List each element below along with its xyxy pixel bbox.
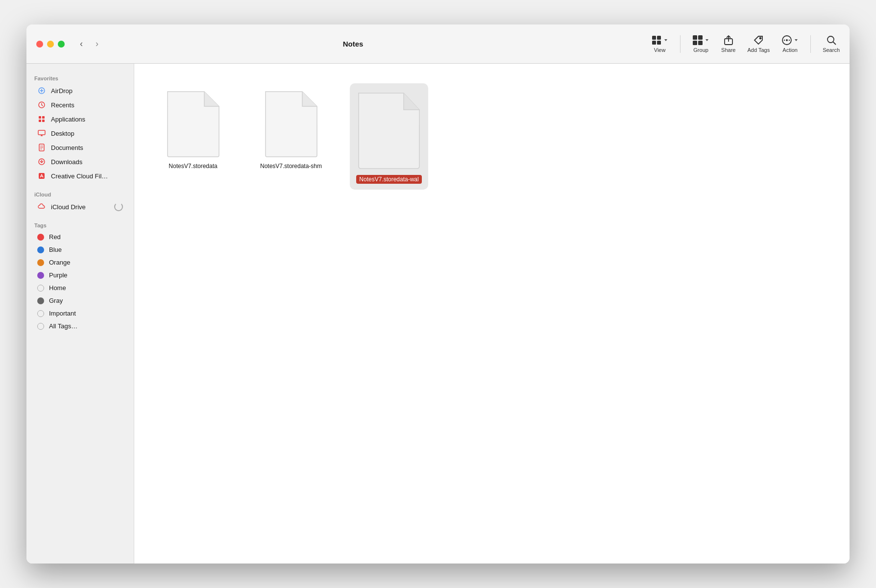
purple-label: Purple xyxy=(49,271,68,279)
alltags-label: All Tags… xyxy=(49,322,77,330)
file-icon-2 xyxy=(263,89,319,158)
svg-point-14 xyxy=(784,40,785,41)
group-label: Group xyxy=(693,47,708,53)
sidebar-item-purple[interactable]: Purple xyxy=(29,269,131,281)
sidebar-item-applications[interactable]: Applications xyxy=(29,112,131,126)
svg-rect-22 xyxy=(42,116,45,119)
svg-rect-5 xyxy=(693,35,697,40)
documents-label: Documents xyxy=(51,144,83,151)
icloud-icon xyxy=(37,202,46,211)
close-button[interactable] xyxy=(36,41,43,48)
important-tag-dot xyxy=(37,310,44,317)
blue-tag-dot xyxy=(37,246,44,253)
svg-marker-4 xyxy=(664,39,667,41)
finder-window: ‹ › Notes View xyxy=(26,24,850,564)
icloud-progress xyxy=(114,202,123,211)
group-icon xyxy=(692,35,709,46)
minimize-button[interactable] xyxy=(47,41,54,48)
sidebar-item-alltags[interactable]: All Tags… xyxy=(29,320,131,332)
red-tag-dot xyxy=(37,234,44,241)
applications-icon xyxy=(37,115,46,123)
action-label: Action xyxy=(782,47,798,53)
toolbar-sep-1 xyxy=(680,35,681,53)
sidebar-item-orange[interactable]: Orange xyxy=(29,256,131,269)
sidebar-item-airdrop[interactable]: AirDrop xyxy=(29,84,131,98)
toolbar-group[interactable]: Group xyxy=(692,35,709,53)
sidebar: Favorites AirDrop xyxy=(26,64,134,564)
icloudrive-label: iCloud Drive xyxy=(51,203,86,211)
desktop-label: Desktop xyxy=(51,130,74,137)
file-item-3[interactable]: NotesV7.storedata-wal xyxy=(350,83,428,190)
svg-rect-2 xyxy=(652,41,656,45)
blue-label: Blue xyxy=(49,246,62,253)
file-label-3: NotesV7.storedata-wal xyxy=(356,175,421,184)
search-icon xyxy=(826,35,837,46)
svg-point-11 xyxy=(760,38,761,39)
sidebar-item-gray[interactable]: Gray xyxy=(29,294,131,307)
share-icon xyxy=(723,35,734,46)
toolbar-addtags[interactable]: Add Tags xyxy=(747,35,770,53)
sidebar-item-important[interactable]: Important xyxy=(29,307,131,319)
svg-marker-16 xyxy=(795,39,798,41)
file-label-2: NotesV7.storedata-shm xyxy=(260,163,322,170)
svg-line-18 xyxy=(833,42,836,45)
svg-rect-1 xyxy=(657,36,661,40)
addtags-label: Add Tags xyxy=(747,47,770,53)
gray-label: Gray xyxy=(49,297,63,304)
sidebar-item-documents[interactable]: Documents xyxy=(29,141,131,154)
action-icon xyxy=(781,35,799,46)
svg-rect-0 xyxy=(652,36,656,40)
important-label: Important xyxy=(49,310,76,317)
documents-icon xyxy=(37,143,46,152)
addtags-icon xyxy=(753,35,764,46)
svg-rect-21 xyxy=(39,116,41,119)
file-label-1: NotesV7.storedata xyxy=(169,163,217,170)
sidebar-item-downloads[interactable]: Downloads xyxy=(29,155,131,169)
toolbar-action[interactable]: Action xyxy=(781,35,799,53)
recents-icon xyxy=(37,100,46,109)
toolbar-sep-2 xyxy=(810,35,811,53)
svg-point-15 xyxy=(789,40,790,41)
toolbar-view[interactable]: View xyxy=(651,35,668,53)
favorites-section-label: Favorites xyxy=(26,72,134,83)
file-item-2[interactable]: NotesV7.storedata-shm xyxy=(252,83,330,190)
svg-point-13 xyxy=(786,39,788,41)
airdrop-label: AirDrop xyxy=(51,87,73,95)
files-grid: NotesV7.storedata NotesV7.storedata-shm xyxy=(154,83,830,190)
sidebar-item-creative[interactable]: Creative Cloud Fil… xyxy=(29,169,131,183)
home-label: Home xyxy=(49,284,66,292)
alltags-tag-dot xyxy=(37,323,44,330)
view-icon xyxy=(651,35,668,46)
svg-rect-25 xyxy=(38,130,45,135)
view-label: View xyxy=(654,47,666,53)
sidebar-item-icloudrive[interactable]: iCloud Drive xyxy=(29,200,131,214)
orange-tag-dot xyxy=(37,259,44,266)
main-area: Favorites AirDrop xyxy=(26,64,850,564)
toolbar-search[interactable]: Search xyxy=(823,35,840,53)
desktop-icon xyxy=(37,129,46,138)
sidebar-item-home[interactable]: Home xyxy=(29,282,131,294)
search-label: Search xyxy=(823,47,840,53)
sidebar-item-recents[interactable]: Recents xyxy=(29,98,131,112)
gray-tag-dot xyxy=(37,297,44,304)
sidebar-item-desktop[interactable]: Desktop xyxy=(29,126,131,140)
file-item-1[interactable]: NotesV7.storedata xyxy=(154,83,232,190)
downloads-label: Downloads xyxy=(51,158,82,166)
file-icon-3 xyxy=(355,89,423,170)
toolbar-share[interactable]: Share xyxy=(721,35,735,53)
applications-label: Applications xyxy=(51,116,85,123)
svg-rect-3 xyxy=(657,41,661,45)
svg-point-17 xyxy=(827,36,834,43)
orange-label: Orange xyxy=(49,259,70,266)
sidebar-item-red[interactable]: Red xyxy=(29,231,131,243)
window-title: Notes xyxy=(55,40,651,48)
svg-rect-23 xyxy=(39,120,41,122)
purple-tag-dot xyxy=(37,272,44,279)
title-bar: ‹ › Notes View xyxy=(26,24,850,64)
share-label: Share xyxy=(721,47,735,53)
icloud-section-label: iCloud xyxy=(26,188,134,199)
svg-rect-6 xyxy=(698,35,703,40)
sidebar-item-blue[interactable]: Blue xyxy=(29,244,131,256)
creative-icon xyxy=(37,172,46,180)
tags-section-label: Tags xyxy=(26,219,134,230)
